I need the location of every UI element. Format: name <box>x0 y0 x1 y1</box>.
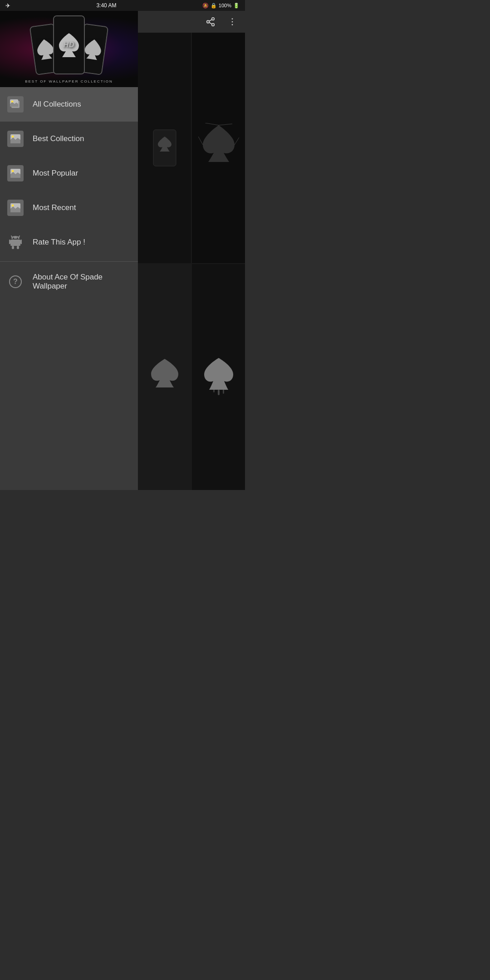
menu-list: All Collections Best Collection <box>0 87 138 490</box>
navigation-drawer: HD BEST OF WALLPAPER COLLECTION <box>0 11 138 490</box>
battery-icon: 🔋 <box>233 3 240 9</box>
rate-app-icon <box>7 234 24 250</box>
svg-rect-16 <box>12 246 14 249</box>
svg-line-21 <box>209 22 212 24</box>
rate-app-label: Rate This App ! <box>33 238 85 247</box>
status-bar: ✈ 3:40 AM 🔕 🔒 100% 🔋 <box>0 0 245 11</box>
svg-line-29 <box>198 137 203 145</box>
svg-point-20 <box>212 24 215 26</box>
most-popular-label: Most Popular <box>33 169 78 178</box>
most-recent-icon <box>7 200 24 216</box>
more-options-button[interactable] <box>223 13 241 31</box>
phone-screen-center: HD <box>54 16 84 74</box>
lock-icon: 🔒 <box>211 3 217 9</box>
about-label: About Ace Of Spade Wallpaper <box>33 273 131 291</box>
svg-point-12 <box>17 238 18 239</box>
svg-point-6 <box>12 170 14 172</box>
banner-title: BEST OF WALLPAPER COLLECTION <box>0 79 138 83</box>
svg-point-24 <box>232 21 233 23</box>
menu-item-most-popular[interactable]: Most Popular <box>0 156 138 191</box>
best-collection-label: Best Collection <box>33 134 84 143</box>
menu-item-best-collection[interactable]: Best Collection <box>0 122 138 156</box>
phones-display: HD <box>28 15 110 74</box>
svg-point-11 <box>13 238 14 239</box>
most-recent-label: Most Recent <box>33 203 76 212</box>
wallpaper-thumb-4[interactable] <box>192 264 245 490</box>
svg-point-19 <box>207 20 210 23</box>
toolbar <box>138 11 245 33</box>
svg-point-4 <box>12 136 14 138</box>
best-collection-icon <box>7 131 24 147</box>
status-time: 3:40 AM <box>96 2 116 9</box>
phone-center: HD <box>53 15 85 74</box>
svg-rect-15 <box>20 240 22 244</box>
svg-line-22 <box>209 20 212 21</box>
svg-point-8 <box>12 205 14 207</box>
share-button[interactable] <box>201 13 220 31</box>
drawer-header: HD BEST OF WALLPAPER COLLECTION <box>0 11 138 87</box>
thumb-art-1 <box>138 33 191 263</box>
status-right: 🔕 🔒 100% 🔋 <box>202 3 240 9</box>
menu-item-about[interactable]: ? About Ace Of Spade Wallpaper <box>0 264 138 300</box>
svg-rect-14 <box>9 240 10 244</box>
menu-item-rate-app[interactable]: Rate This App ! <box>0 225 138 260</box>
svg-rect-33 <box>223 389 224 394</box>
all-collections-label: All Collections <box>33 100 81 109</box>
status-left: ✈ <box>5 2 10 9</box>
muted-icon: 🔕 <box>202 3 209 9</box>
svg-line-27 <box>205 123 219 125</box>
airplane-icon: ✈ <box>5 2 10 9</box>
spade-art-center: HD <box>54 16 84 74</box>
svg-rect-17 <box>17 246 19 249</box>
right-panel <box>138 11 245 490</box>
thumb-art-2 <box>192 33 245 263</box>
thumb-art-3 <box>138 264 191 490</box>
wallpaper-thumb-1[interactable] <box>138 33 191 263</box>
svg-rect-13 <box>10 240 20 246</box>
thumb-art-4 <box>192 264 245 490</box>
menu-item-most-recent[interactable]: Most Recent <box>0 191 138 225</box>
svg-rect-31 <box>218 390 220 395</box>
svg-line-30 <box>235 137 239 145</box>
svg-rect-32 <box>213 389 215 392</box>
most-popular-icon <box>7 165 24 181</box>
wallpaper-grid <box>138 33 245 490</box>
svg-point-25 <box>232 24 233 25</box>
main-container: HD BEST OF WALLPAPER COLLECTION <box>0 11 245 490</box>
wallpaper-thumb-2[interactable] <box>192 33 245 263</box>
wallpaper-thumb-3[interactable] <box>138 264 191 490</box>
menu-divider <box>0 261 138 262</box>
svg-point-23 <box>232 18 233 20</box>
svg-point-18 <box>212 18 215 20</box>
about-icon: ? <box>7 274 24 290</box>
battery-percent: 100% <box>219 3 231 8</box>
menu-item-all-collections[interactable]: All Collections <box>0 87 138 122</box>
svg-line-28 <box>219 124 232 125</box>
question-mark-icon: ? <box>9 275 22 288</box>
all-collections-icon <box>7 96 24 113</box>
